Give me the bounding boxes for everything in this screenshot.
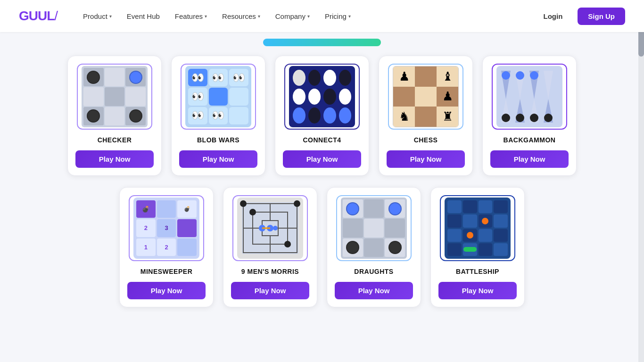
game-title-chess: CHESS bbox=[414, 136, 438, 144]
nav-pricing[interactable]: Pricing ▾ bbox=[318, 8, 357, 24]
navbar: GUUL/ Product ▾ Event Hub Features ▾ Res… bbox=[0, 0, 644, 32]
nav-links: Product ▾ Event Hub Features ▾ Resources… bbox=[76, 8, 536, 24]
scrollbar[interactable] bbox=[638, 0, 644, 362]
game-title-checker: CHECKER bbox=[98, 136, 132, 144]
play-battleship-button[interactable]: Play Now bbox=[438, 282, 517, 299]
svg-point-13 bbox=[530, 114, 538, 122]
svg-point-11 bbox=[502, 114, 510, 122]
play-connect4-button[interactable]: Play Now bbox=[283, 150, 361, 168]
cb bbox=[125, 68, 146, 86]
game-title-blob-wars: BLOB WARS bbox=[197, 136, 239, 144]
svg-point-30 bbox=[273, 226, 278, 230]
cb bbox=[125, 87, 146, 106]
blob-cell: 👀 bbox=[188, 69, 207, 86]
game-title-morris: 9 MEN'S MORRIS bbox=[241, 268, 299, 275]
play-morris-button[interactable]: Play Now bbox=[231, 282, 309, 299]
play-backgammon-button[interactable]: Play Now bbox=[490, 150, 569, 168]
hero-tab-decoration bbox=[263, 39, 381, 46]
game-card-checker: CHECKER Play Now bbox=[67, 56, 162, 176]
game-card-minesweeper: 💣 💣 2 3 1 2 MINESWEEPER Play Now bbox=[119, 187, 214, 307]
svg-marker-3 bbox=[544, 71, 553, 99]
cb bbox=[83, 87, 104, 106]
game-card-backgammon: BACKGAMMON Play Now bbox=[482, 56, 577, 176]
chevron-down-icon: ▾ bbox=[205, 14, 207, 19]
game-title-draughts: DRAUGHTS bbox=[354, 268, 393, 275]
blob-cell bbox=[229, 107, 248, 124]
blobwars-image: 👀 👀 👀 👀 👀 👀 bbox=[181, 64, 256, 130]
game-title-battleship: BATTLESHIP bbox=[456, 268, 499, 275]
nav-product[interactable]: Product ▾ bbox=[76, 8, 118, 24]
blob-cell bbox=[229, 88, 248, 105]
checker-board bbox=[82, 66, 148, 127]
games-section: CHECKER Play Now 👀 👀 👀 👀 👀 👀 BLOB WARS bbox=[0, 46, 644, 333]
checker-image bbox=[77, 64, 152, 130]
svg-point-10 bbox=[530, 71, 538, 80]
nav-resources[interactable]: Resources ▾ bbox=[215, 8, 267, 24]
svg-point-24 bbox=[294, 200, 300, 207]
signup-button[interactable]: Sign Up bbox=[578, 8, 625, 25]
play-draughts-button[interactable]: Play Now bbox=[335, 282, 413, 299]
svg-point-14 bbox=[544, 114, 553, 122]
nav-eventhub[interactable]: Event Hub bbox=[120, 8, 166, 24]
blob-cell bbox=[209, 88, 228, 105]
morris-board bbox=[237, 197, 303, 259]
morris-svg bbox=[239, 200, 301, 256]
game-card-blob-wars: 👀 👀 👀 👀 👀 👀 BLOB WARS Play Now bbox=[171, 56, 265, 176]
piece bbox=[129, 109, 142, 123]
cb bbox=[105, 87, 125, 106]
nav-company[interactable]: Company ▾ bbox=[269, 8, 316, 24]
chevron-down-icon: ▾ bbox=[307, 14, 310, 19]
draughts-board bbox=[341, 197, 407, 259]
login-button[interactable]: Login bbox=[536, 8, 570, 24]
cb bbox=[105, 107, 125, 125]
svg-point-9 bbox=[516, 71, 524, 80]
blob-cell: 👀 bbox=[188, 107, 207, 124]
cb bbox=[105, 68, 125, 86]
backgammon-svg bbox=[496, 66, 562, 127]
battleship-board bbox=[445, 197, 511, 259]
cb bbox=[83, 107, 104, 125]
play-checker-button[interactable]: Play Now bbox=[75, 150, 154, 168]
logo-text: GUUL bbox=[19, 8, 54, 24]
cb bbox=[125, 107, 146, 125]
svg-point-23 bbox=[240, 200, 247, 207]
cb bbox=[83, 68, 104, 86]
connect4-image bbox=[284, 64, 360, 130]
logo-slash: / bbox=[54, 8, 58, 24]
play-minesweeper-button[interactable]: Play Now bbox=[127, 282, 206, 299]
backgammon-image bbox=[492, 64, 567, 130]
nav-features[interactable]: Features ▾ bbox=[168, 8, 214, 24]
play-blobwars-button[interactable]: Play Now bbox=[179, 150, 257, 168]
battleship-image bbox=[440, 195, 515, 261]
blob-board: 👀 👀 👀 👀 👀 👀 bbox=[185, 66, 251, 127]
game-title-connect4: CONNECT4 bbox=[303, 136, 341, 144]
chess-board: ♟ ♝ ♟ ♞ ♜ bbox=[393, 66, 459, 127]
game-card-connect4: CONNECT4 Play Now bbox=[275, 56, 369, 176]
svg-point-26 bbox=[284, 241, 291, 247]
minesweeper-board: 💣 💣 2 3 1 2 bbox=[133, 197, 199, 259]
chess-image: ♟ ♝ ♟ ♞ ♜ bbox=[388, 64, 463, 130]
minesweeper-image: 💣 💣 2 3 1 2 bbox=[129, 195, 204, 261]
blob-cell: 👀 bbox=[229, 69, 248, 86]
play-chess-button[interactable]: Play Now bbox=[387, 150, 465, 168]
piece bbox=[87, 109, 100, 123]
games-row-2: 💣 💣 2 3 1 2 MINESWEEPER Play Now bbox=[38, 187, 606, 307]
svg-point-8 bbox=[502, 71, 510, 80]
game-title-minesweeper: MINESWEEPER bbox=[140, 268, 193, 275]
nav-actions: Login Sign Up bbox=[536, 8, 626, 25]
game-card-morris: 9 MEN'S MORRIS Play Now bbox=[223, 187, 317, 307]
svg-point-12 bbox=[516, 114, 524, 122]
backgammon-board bbox=[496, 66, 562, 127]
game-card-draughts: DRAUGHTS Play Now bbox=[327, 187, 421, 307]
chevron-down-icon: ▾ bbox=[258, 14, 260, 19]
chevron-down-icon: ▾ bbox=[348, 14, 351, 19]
piece bbox=[129, 71, 142, 84]
piece bbox=[87, 71, 100, 84]
game-card-chess: ♟ ♝ ♟ ♞ ♜ CHESS Play Now bbox=[379, 56, 473, 176]
connect4-board bbox=[289, 66, 355, 127]
chevron-down-icon: ▾ bbox=[109, 14, 112, 19]
game-card-battleship: BATTLESHIP Play Now bbox=[430, 187, 525, 307]
logo[interactable]: GUUL/ bbox=[19, 8, 58, 24]
blob-cell: 👀 bbox=[209, 69, 228, 86]
blob-cell: 👀 bbox=[209, 107, 228, 124]
